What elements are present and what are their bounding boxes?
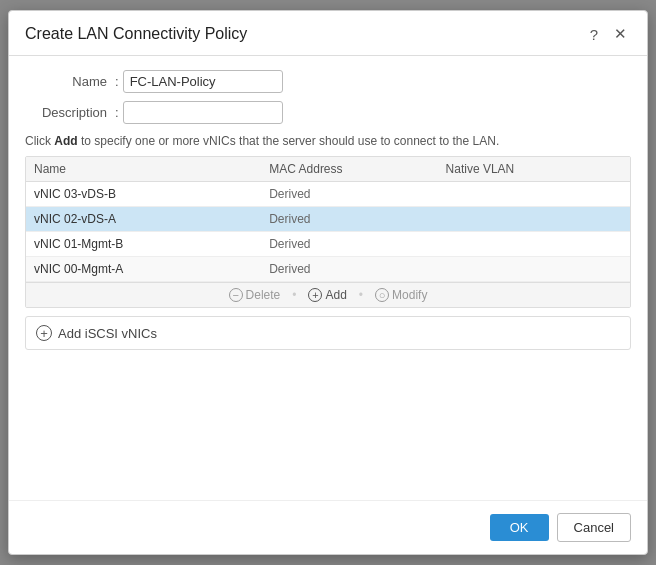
row4-name: vNIC 00-Mgmt-A (34, 262, 269, 276)
add-iscsi-label: Add iSCSI vNICs (58, 326, 157, 341)
row3-vlan (446, 237, 622, 251)
add-iscsi-icon: + (36, 325, 52, 341)
header-icons: ? ✕ (586, 23, 631, 45)
ok-button[interactable]: OK (490, 514, 549, 541)
row3-name: vNIC 01-Mgmt-B (34, 237, 269, 251)
table-toolbar: − Delete • + Add • ○ Modify (26, 282, 630, 307)
row3-mac: Derived (269, 237, 445, 251)
sep2: • (359, 288, 363, 302)
col-vlan: Native VLAN (446, 162, 622, 176)
add-icon: + (308, 288, 322, 302)
desc-label: Description (25, 105, 115, 120)
desc-colon: : (115, 105, 119, 120)
vnic-table: Name MAC Address Native VLAN vNIC 03-vDS… (25, 156, 631, 308)
row2-vlan (446, 212, 622, 226)
delete-button[interactable]: − Delete (229, 288, 281, 302)
table-row[interactable]: vNIC 00-Mgmt-A Derived (26, 257, 630, 282)
add-label: Add (325, 288, 346, 302)
desc-row: Description : (25, 101, 631, 124)
table-row[interactable]: vNIC 02-vDS-A Derived (26, 207, 630, 232)
desc-input[interactable] (123, 101, 283, 124)
dialog-header: Create LAN Connectivity Policy ? ✕ (9, 11, 647, 56)
delete-label: Delete (246, 288, 281, 302)
dialog-body: Name : Description : Click Add to specif… (9, 56, 647, 500)
table-row[interactable]: vNIC 03-vDS-B Derived (26, 182, 630, 207)
modify-label: Modify (392, 288, 427, 302)
hint-suffix: to specify one or more vNICs that the se… (78, 134, 500, 148)
table-header: Name MAC Address Native VLAN (26, 157, 630, 182)
row2-name: vNIC 02-vDS-A (34, 212, 269, 226)
add-button[interactable]: + Add (308, 288, 346, 302)
modify-button[interactable]: ○ Modify (375, 288, 427, 302)
help-button[interactable]: ? (586, 24, 602, 45)
name-colon: : (115, 74, 119, 89)
hint-add-word: Add (54, 134, 77, 148)
close-button[interactable]: ✕ (610, 23, 631, 45)
col-mac: MAC Address (269, 162, 445, 176)
delete-icon: − (229, 288, 243, 302)
sep1: • (292, 288, 296, 302)
row1-mac: Derived (269, 187, 445, 201)
table-row[interactable]: vNIC 01-Mgmt-B Derived (26, 232, 630, 257)
row2-mac: Derived (269, 212, 445, 226)
hint-prefix: Click (25, 134, 54, 148)
add-iscsi-section[interactable]: + Add iSCSI vNICs (25, 316, 631, 350)
name-input[interactable] (123, 70, 283, 93)
name-label: Name (25, 74, 115, 89)
name-row: Name : (25, 70, 631, 93)
cancel-button[interactable]: Cancel (557, 513, 631, 542)
row4-mac: Derived (269, 262, 445, 276)
row4-vlan (446, 262, 622, 276)
col-name: Name (34, 162, 269, 176)
create-lan-policy-dialog: Create LAN Connectivity Policy ? ✕ Name … (8, 10, 648, 555)
modify-icon: ○ (375, 288, 389, 302)
dialog-footer: OK Cancel (9, 500, 647, 554)
hint-text: Click Add to specify one or more vNICs t… (25, 134, 631, 148)
dialog-title: Create LAN Connectivity Policy (25, 25, 247, 43)
row1-vlan (446, 187, 622, 201)
row1-name: vNIC 03-vDS-B (34, 187, 269, 201)
